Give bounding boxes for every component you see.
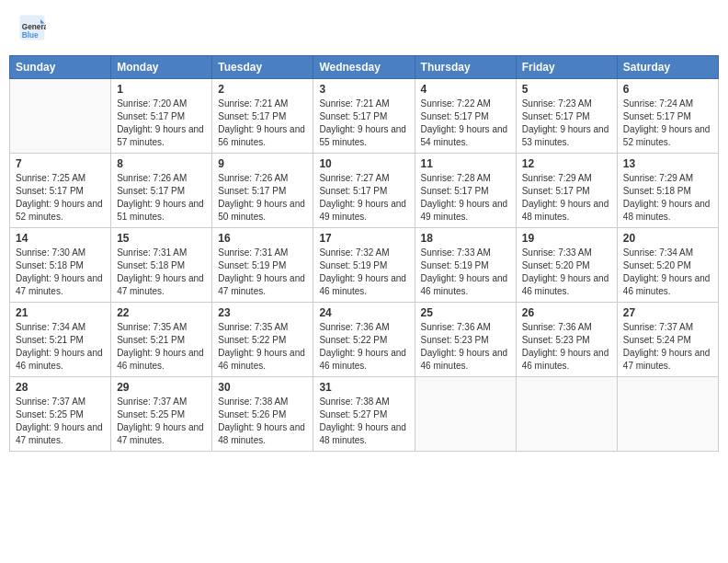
day-number: 30 [218,381,307,394]
day-cell-17: 17Sunrise: 7:32 AMSunset: 5:19 PMDayligh… [313,228,415,303]
day-number: 20 [623,232,712,245]
day-info: Sunrise: 7:21 AMSunset: 5:17 PMDaylight:… [319,98,408,149]
day-info: Sunrise: 7:36 AMSunset: 5:22 PMDaylight:… [319,321,408,373]
day-number: 5 [522,83,611,96]
day-number: 16 [218,232,307,245]
day-number: 23 [218,306,307,319]
day-number: 11 [421,157,510,170]
day-cell-25: 25Sunrise: 7:36 AMSunset: 5:23 PMDayligh… [415,303,516,377]
day-number: 3 [319,83,408,96]
logo: General Blue [18,14,50,41]
day-cell-21: 21Sunrise: 7:34 AMSunset: 5:21 PMDayligh… [10,303,111,377]
week-row-5: 28Sunrise: 7:37 AMSunset: 5:25 PMDayligh… [10,377,719,452]
day-number: 15 [117,232,206,245]
day-cell-16: 16Sunrise: 7:31 AMSunset: 5:19 PMDayligh… [212,228,313,303]
day-number: 22 [117,306,206,319]
day-info: Sunrise: 7:29 AMSunset: 5:17 PMDaylight:… [522,172,611,224]
svg-text:Blue: Blue [22,31,39,40]
day-info: Sunrise: 7:30 AMSunset: 5:18 PMDaylight:… [16,247,105,298]
day-cell-15: 15Sunrise: 7:31 AMSunset: 5:18 PMDayligh… [111,228,212,303]
day-number: 19 [522,232,611,245]
page-header: General Blue [9,9,719,46]
day-number: 21 [16,306,105,319]
day-cell-5: 5Sunrise: 7:23 AMSunset: 5:17 PMDaylight… [516,79,617,154]
day-number: 7 [16,157,105,170]
day-number: 4 [421,83,510,96]
day-cell-empty [415,377,516,452]
weekday-saturday: Saturday [617,56,718,79]
day-info: Sunrise: 7:24 AMSunset: 5:17 PMDaylight:… [623,98,712,149]
day-cell-13: 13Sunrise: 7:29 AMSunset: 5:18 PMDayligh… [617,154,718,228]
day-number: 6 [623,83,712,96]
day-info: Sunrise: 7:26 AMSunset: 5:17 PMDaylight:… [218,172,307,224]
day-info: Sunrise: 7:20 AMSunset: 5:17 PMDaylight:… [117,98,206,149]
day-info: Sunrise: 7:31 AMSunset: 5:19 PMDaylight:… [218,247,307,298]
day-cell-28: 28Sunrise: 7:37 AMSunset: 5:25 PMDayligh… [10,377,111,452]
weekday-header-row: SundayMondayTuesdayWednesdayThursdayFrid… [10,56,719,79]
weekday-monday: Monday [111,56,212,79]
day-cell-10: 10Sunrise: 7:27 AMSunset: 5:17 PMDayligh… [313,154,415,228]
day-cell-6: 6Sunrise: 7:24 AMSunset: 5:17 PMDaylight… [617,79,718,154]
day-cell-30: 30Sunrise: 7:38 AMSunset: 5:26 PMDayligh… [212,377,313,452]
day-info: Sunrise: 7:23 AMSunset: 5:17 PMDaylight:… [522,98,611,149]
day-number: 18 [421,232,510,245]
day-cell-18: 18Sunrise: 7:33 AMSunset: 5:19 PMDayligh… [415,228,516,303]
day-cell-empty [10,79,111,154]
day-cell-7: 7Sunrise: 7:25 AMSunset: 5:17 PMDaylight… [10,154,111,228]
day-number: 29 [117,381,206,394]
day-number: 17 [319,232,408,245]
day-number: 9 [218,157,307,170]
week-row-4: 21Sunrise: 7:34 AMSunset: 5:21 PMDayligh… [10,303,719,377]
week-row-1: 1Sunrise: 7:20 AMSunset: 5:17 PMDaylight… [10,79,719,154]
day-cell-19: 19Sunrise: 7:33 AMSunset: 5:20 PMDayligh… [516,228,617,303]
day-number: 2 [218,83,307,96]
week-row-2: 7Sunrise: 7:25 AMSunset: 5:17 PMDaylight… [10,154,719,228]
day-cell-8: 8Sunrise: 7:26 AMSunset: 5:17 PMDaylight… [111,154,212,228]
day-cell-empty [617,377,718,452]
day-number: 31 [319,381,408,394]
day-cell-12: 12Sunrise: 7:29 AMSunset: 5:17 PMDayligh… [516,154,617,228]
day-cell-2: 2Sunrise: 7:21 AMSunset: 5:17 PMDaylight… [212,79,313,154]
weekday-sunday: Sunday [10,56,111,79]
weekday-thursday: Thursday [415,56,516,79]
day-cell-20: 20Sunrise: 7:34 AMSunset: 5:20 PMDayligh… [617,228,718,303]
weekday-wednesday: Wednesday [313,56,415,79]
calendar-body: 1Sunrise: 7:20 AMSunset: 5:17 PMDaylight… [10,79,719,452]
weekday-friday: Friday [516,56,617,79]
day-number: 1 [117,83,206,96]
day-info: Sunrise: 7:27 AMSunset: 5:17 PMDaylight:… [319,172,408,224]
day-info: Sunrise: 7:36 AMSunset: 5:23 PMDaylight:… [522,321,611,373]
day-cell-1: 1Sunrise: 7:20 AMSunset: 5:17 PMDaylight… [111,79,212,154]
day-info: Sunrise: 7:33 AMSunset: 5:20 PMDaylight:… [522,247,611,298]
day-info: Sunrise: 7:34 AMSunset: 5:20 PMDaylight:… [623,247,712,298]
day-info: Sunrise: 7:36 AMSunset: 5:23 PMDaylight:… [421,321,510,373]
day-info: Sunrise: 7:35 AMSunset: 5:22 PMDaylight:… [218,321,307,373]
day-number: 28 [16,381,105,394]
day-info: Sunrise: 7:38 AMSunset: 5:26 PMDaylight:… [218,396,307,447]
day-info: Sunrise: 7:38 AMSunset: 5:27 PMDaylight:… [319,396,408,447]
day-number: 14 [16,232,105,245]
day-number: 25 [421,306,510,319]
day-info: Sunrise: 7:37 AMSunset: 5:25 PMDaylight:… [117,396,206,447]
day-info: Sunrise: 7:32 AMSunset: 5:19 PMDaylight:… [319,247,408,298]
day-number: 12 [522,157,611,170]
day-cell-29: 29Sunrise: 7:37 AMSunset: 5:25 PMDayligh… [111,377,212,452]
day-cell-26: 26Sunrise: 7:36 AMSunset: 5:23 PMDayligh… [516,303,617,377]
day-info: Sunrise: 7:37 AMSunset: 5:24 PMDaylight:… [623,321,712,373]
day-cell-27: 27Sunrise: 7:37 AMSunset: 5:24 PMDayligh… [617,303,718,377]
svg-text:General: General [22,23,46,31]
logo-icon: General Blue [18,14,46,41]
day-number: 10 [319,157,408,170]
day-cell-11: 11Sunrise: 7:28 AMSunset: 5:17 PMDayligh… [415,154,516,228]
day-number: 27 [623,306,712,319]
day-info: Sunrise: 7:35 AMSunset: 5:21 PMDaylight:… [117,321,206,373]
calendar-table: SundayMondayTuesdayWednesdayThursdayFrid… [9,55,719,452]
day-info: Sunrise: 7:26 AMSunset: 5:17 PMDaylight:… [117,172,206,224]
day-info: Sunrise: 7:33 AMSunset: 5:19 PMDaylight:… [421,247,510,298]
day-info: Sunrise: 7:29 AMSunset: 5:18 PMDaylight:… [623,172,712,224]
day-cell-22: 22Sunrise: 7:35 AMSunset: 5:21 PMDayligh… [111,303,212,377]
day-number: 13 [623,157,712,170]
day-cell-14: 14Sunrise: 7:30 AMSunset: 5:18 PMDayligh… [10,228,111,303]
day-info: Sunrise: 7:34 AMSunset: 5:21 PMDaylight:… [16,321,105,373]
day-cell-9: 9Sunrise: 7:26 AMSunset: 5:17 PMDaylight… [212,154,313,228]
